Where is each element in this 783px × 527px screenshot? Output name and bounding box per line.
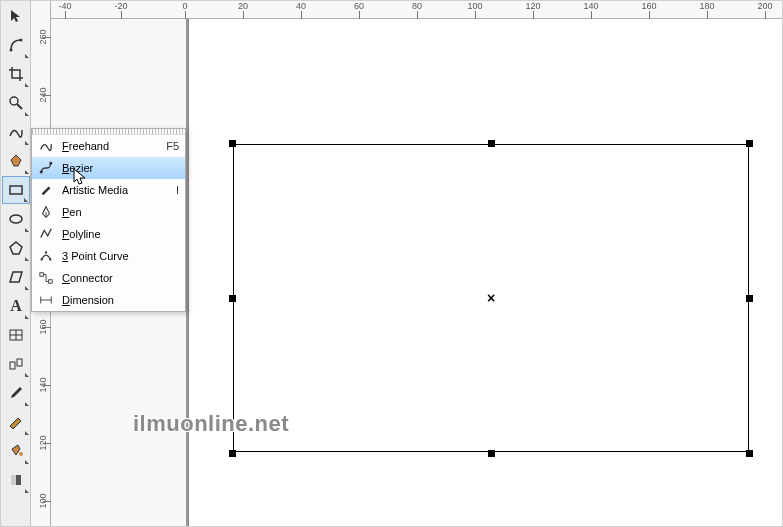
curve-tools-flyout: Freehand F5 Bezier Artistic Media I Pen … (31, 128, 186, 312)
flyout-label: 3 Point Curve (62, 250, 173, 262)
shape-tool[interactable] (2, 31, 30, 59)
sel-handle-tm[interactable] (488, 140, 495, 147)
svg-rect-16 (50, 162, 53, 165)
svg-point-5 (10, 215, 22, 223)
flyout-label: Freehand (62, 140, 160, 152)
flyout-shortcut: F5 (166, 140, 181, 152)
svg-rect-15 (40, 171, 43, 174)
3point-curve-icon (36, 249, 56, 263)
flyout-dimension[interactable]: Dimension (32, 289, 185, 311)
sel-handle-bm[interactable] (488, 450, 495, 457)
blend-tool[interactable] (2, 350, 30, 378)
h-tick: -20 (114, 1, 127, 11)
flyout-bezier[interactable]: Bezier (32, 157, 185, 179)
dimension-icon (36, 293, 56, 307)
svg-point-1 (20, 39, 23, 42)
flyout-freehand[interactable]: Freehand F5 (32, 135, 185, 157)
svg-point-12 (19, 452, 23, 456)
h-tick: 180 (699, 1, 714, 11)
polygon-tool[interactable] (2, 234, 30, 262)
h-tick: 40 (296, 1, 306, 11)
sel-handle-bl[interactable] (229, 450, 236, 457)
sel-center-mark: × (487, 290, 495, 306)
svg-point-19 (45, 251, 47, 253)
sel-handle-tl[interactable] (229, 140, 236, 147)
artistic-media-icon (36, 183, 56, 197)
flyout-pen[interactable]: Pen (32, 201, 185, 223)
freehand-icon (36, 139, 56, 153)
freehand-tool[interactable] (2, 118, 30, 146)
eyedropper-tool[interactable] (2, 379, 30, 407)
h-tick: 140 (583, 1, 598, 11)
pen-icon (36, 205, 56, 219)
flyout-label: Connector (62, 272, 173, 284)
polyline-icon (36, 227, 56, 241)
h-tick: 60 (354, 1, 364, 11)
horizontal-ruler: -40 -20 0 20 40 60 80 100 120 140 160 18… (31, 1, 783, 19)
svg-rect-21 (40, 273, 44, 277)
svg-rect-10 (10, 362, 15, 369)
basic-shapes-tool[interactable] (2, 263, 30, 291)
watermark: ilmuonline.net (133, 411, 289, 437)
flyout-polyline[interactable]: Polyline (32, 223, 185, 245)
connector-icon (36, 271, 56, 285)
sel-handle-mr[interactable] (746, 295, 753, 302)
h-tick: 120 (525, 1, 540, 11)
svg-rect-22 (49, 280, 53, 284)
rectangle-tool[interactable] (2, 176, 30, 204)
svg-marker-6 (10, 242, 22, 254)
svg-rect-11 (17, 359, 22, 366)
h-tick: -40 (58, 1, 71, 11)
text-tool[interactable]: A (2, 292, 30, 320)
svg-rect-4 (10, 186, 22, 194)
flyout-label: Pen (62, 206, 173, 218)
svg-rect-14 (11, 475, 16, 485)
flyout-label: Polyline (62, 228, 173, 240)
svg-point-0 (10, 49, 13, 52)
flyout-label: Dimension (62, 294, 173, 306)
flyout-connector[interactable]: Connector (32, 267, 185, 289)
ellipse-tool[interactable] (2, 205, 30, 233)
smart-fill-tool[interactable] (2, 147, 30, 175)
sel-handle-ml[interactable] (229, 295, 236, 302)
svg-point-18 (40, 258, 42, 260)
svg-point-2 (10, 97, 18, 105)
flyout-shortcut: I (176, 184, 181, 196)
pick-tool[interactable] (2, 2, 30, 30)
interactive-fill-tool[interactable] (2, 466, 30, 494)
h-tick: 80 (412, 1, 422, 11)
h-tick: 0 (182, 1, 187, 11)
h-tick: 100 (467, 1, 482, 11)
sel-handle-tr[interactable] (746, 140, 753, 147)
fill-tool[interactable] (2, 437, 30, 465)
flyout-artistic-media[interactable]: Artistic Media I (32, 179, 185, 201)
h-tick: 160 (641, 1, 656, 11)
crop-tool[interactable] (2, 60, 30, 88)
toolbox: A (1, 1, 31, 527)
table-tool[interactable] (2, 321, 30, 349)
mouse-cursor (73, 168, 87, 186)
svg-point-20 (49, 258, 51, 260)
h-tick: 20 (238, 1, 248, 11)
bezier-icon (36, 161, 56, 175)
outline-tool[interactable] (2, 408, 30, 436)
h-tick: 200 (757, 1, 772, 11)
svg-line-3 (17, 104, 22, 109)
zoom-tool[interactable] (2, 89, 30, 117)
flyout-3point-curve[interactable]: 3 Point Curve (32, 245, 185, 267)
sel-handle-br[interactable] (746, 450, 753, 457)
